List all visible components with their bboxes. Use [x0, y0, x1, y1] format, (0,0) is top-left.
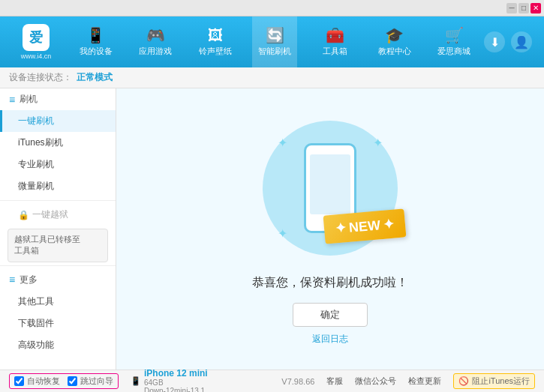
logo-site: www.i4.cn: [21, 52, 52, 60]
new-badge-star-right: ✦: [383, 215, 395, 232]
checkbox-group: 自动恢复 跳过向导: [9, 373, 119, 389]
sidebar-divider-2: [0, 265, 116, 266]
service-link[interactable]: 客服: [326, 376, 343, 387]
lock-icon: 🔒: [18, 210, 29, 220]
shop-icon: 🛒: [445, 28, 464, 43]
sidebar-item-advanced[interactable]: 高级功能: [0, 334, 116, 356]
itunes-icon: 🚫: [458, 376, 469, 386]
flash-section-icon: ≡: [9, 94, 15, 106]
maximize-button[interactable]: □: [518, 3, 529, 13]
nav-apps[interactable]: 🎮 应用游戏: [133, 16, 178, 67]
flash-section-label: 刷机: [20, 93, 38, 106]
nav-tools-label: 工具箱: [323, 46, 347, 57]
skip-wizard-checkbox[interactable]: 跳过向导: [68, 376, 113, 387]
back-link[interactable]: 返回日志: [312, 333, 348, 346]
device-version: Down-12mini-13,1: [144, 387, 208, 393]
phone-circle-bg: ✦ ✦ ✦ ✦ NEW ✦: [263, 121, 398, 256]
logo-icon: 爱: [23, 24, 50, 51]
sparkle-top-right: ✦: [373, 136, 383, 150]
apps-icon: 🎮: [146, 28, 165, 43]
sidebar-section-flash: ≡ 刷机: [0, 88, 116, 110]
header: 爱 www.i4.cn 📱 我的设备 🎮 应用游戏 🖼 铃声壁纸 🔄 智能刷机 …: [0, 16, 544, 67]
jailbreak-notice: 越狱工具已转移至 工具箱: [8, 229, 108, 262]
nav-tutorial[interactable]: 🎓 教程中心: [372, 16, 417, 67]
nav-wallpaper[interactable]: 🖼 铃声壁纸: [193, 16, 238, 67]
more-section-label: 更多: [20, 274, 38, 286]
new-badge-star-left: ✦: [334, 220, 347, 237]
sidebar: ≡ 刷机 一键刷机 iTunes刷机 专业刷机 微量刷机 🔒 一键越狱 越狱工具…: [0, 88, 116, 370]
confirm-button[interactable]: 确定: [293, 303, 368, 327]
sidebar-item-itunes-flash[interactable]: iTunes刷机: [0, 132, 116, 154]
titlebar: ─ □ ✕: [0, 0, 544, 16]
auto-restore-label: 自动恢复: [27, 376, 60, 387]
my-device-icon: 📱: [86, 28, 105, 43]
bottom-left: 自动恢复 跳过向导 📱 iPhone 12 mini 64GB Down-12m…: [9, 368, 281, 393]
auto-restore-input[interactable]: [14, 376, 24, 386]
itunes-notice[interactable]: 🚫 阻止iTunes运行: [453, 373, 535, 389]
tutorial-icon: 🎓: [385, 28, 404, 43]
close-button[interactable]: ✕: [530, 3, 541, 13]
skip-wizard-input[interactable]: [68, 376, 77, 386]
sparkle-top-left: ✦: [278, 136, 287, 150]
sidebar-item-data-preserve[interactable]: 微量刷机: [0, 175, 116, 197]
phone-screen: [310, 154, 350, 214]
auto-restore-checkbox[interactable]: 自动恢复: [14, 376, 60, 387]
sidebar-section-more: ≡ 更多: [0, 269, 116, 291]
nav-apps-label: 应用游戏: [139, 46, 172, 57]
main-area: ≡ 刷机 一键刷机 iTunes刷机 专业刷机 微量刷机 🔒 一键越狱 越狱工具…: [0, 88, 544, 370]
sidebar-item-one-click-flash[interactable]: 一键刷机: [0, 110, 116, 132]
itunes-notice-label: 阻止iTunes运行: [472, 376, 530, 387]
nav-tutorial-label: 教程中心: [378, 46, 411, 57]
new-badge-text: NEW: [348, 217, 381, 235]
nav-shop-label: 爱思商城: [437, 46, 470, 57]
wechat-link[interactable]: 微信公众号: [355, 376, 396, 387]
sidebar-divider-1: [0, 200, 116, 201]
device-storage: 64GB: [144, 379, 208, 387]
download-button[interactable]: ⬇: [484, 31, 505, 52]
bottom-bar: 自动恢复 跳过向导 📱 iPhone 12 mini 64GB Down-12m…: [0, 370, 544, 392]
device-details-wrapper: iPhone 12 mini 64GB Down-12mini-13,1: [144, 368, 208, 393]
sidebar-item-pro-flash[interactable]: 专业刷机: [0, 154, 116, 175]
more-section-icon: ≡: [9, 274, 15, 286]
sidebar-item-download-firmware[interactable]: 下载固件: [0, 313, 116, 334]
user-button[interactable]: 👤: [511, 31, 532, 52]
nav-bar: 📱 我的设备 🎮 应用游戏 🖼 铃声壁纸 🔄 智能刷机 🧰 工具箱 🎓 教程中心…: [66, 16, 484, 67]
tools-icon: 🧰: [326, 28, 344, 43]
sidebar-section-jailbreak: 🔒 一键越狱: [0, 204, 116, 226]
nav-my-device-label: 我的设备: [80, 46, 113, 57]
success-message: 恭喜您，保资料刷机成功啦！: [252, 275, 408, 291]
nav-my-device[interactable]: 📱 我的设备: [74, 16, 119, 67]
version-text: V7.98.66: [281, 377, 314, 386]
sidebar-item-other-tools[interactable]: 其他工具: [0, 291, 116, 313]
skip-wizard-label: 跳过向导: [80, 376, 113, 387]
nav-smart-flash-label: 智能刷机: [258, 46, 291, 57]
phone-illustration: ✦ ✦ ✦ ✦ NEW ✦: [255, 113, 405, 263]
nav-wallpaper-label: 铃声壁纸: [199, 46, 232, 57]
nav-tools[interactable]: 🧰 工具箱: [312, 16, 357, 67]
smart-flash-icon: 🔄: [266, 28, 284, 43]
logo: 爱 www.i4.cn: [6, 24, 66, 60]
wallpaper-icon: 🖼: [208, 28, 223, 43]
sparkle-bottom-left: ✦: [278, 226, 287, 241]
device-phone-icon: 📱: [131, 376, 141, 386]
status-bar: 设备连接状态： 正常模式: [0, 67, 544, 88]
nav-smart-flash[interactable]: 🔄 智能刷机: [252, 16, 297, 67]
status-value: 正常模式: [77, 71, 113, 84]
header-right: ⬇ 👤: [484, 31, 538, 52]
update-link[interactable]: 检查更新: [408, 376, 441, 387]
minimize-button[interactable]: ─: [506, 3, 517, 13]
nav-shop[interactable]: 🛒 爱思商城: [431, 16, 476, 67]
status-label: 设备连接状态：: [9, 71, 72, 84]
jailbreak-section-label: 一键越狱: [32, 208, 68, 221]
bottom-right: V7.98.66 客服 微信公众号 检查更新 🚫 阻止iTunes运行: [281, 373, 535, 389]
content-area: ✦ ✦ ✦ ✦ NEW ✦ 恭喜您，保资料刷机成功啦！ 确定 返回日志: [116, 88, 544, 370]
device-info: 📱 iPhone 12 mini 64GB Down-12mini-13,1: [131, 368, 208, 393]
